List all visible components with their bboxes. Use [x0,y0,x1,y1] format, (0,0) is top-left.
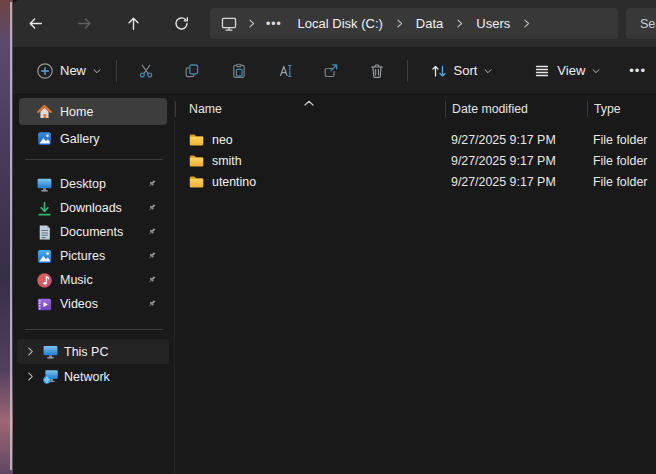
sort-button[interactable]: Sort [422,56,502,86]
forward-arrow-icon [76,15,93,32]
up-arrow-icon [125,15,142,32]
folder-icon [188,132,205,147]
explorer-body: Home Gallery Desktop Downloads Documents… [13,96,656,474]
file-name: neo [212,133,233,147]
sidebar-item-home[interactable]: Home [19,98,167,125]
copy-icon [183,62,201,80]
sidebar-item-documents[interactable]: Documents [19,220,167,244]
videos-icon [36,296,53,313]
sort-icon [430,62,448,80]
file-date-modified: 9/27/2025 9:17 PM [445,133,587,147]
sidebar: Home Gallery Desktop Downloads Documents… [13,96,173,474]
sidebar-item-gallery[interactable]: Gallery [19,125,167,152]
sidebar-quick-access-top: Home Gallery [13,98,173,152]
file-type: File folder [587,175,656,189]
file-rows: neo 9/27/2025 9:17 PM File folder smith … [175,129,656,192]
gallery-icon [36,130,53,147]
file-list-pane: Name Date modified Type neo 9/27/2025 9:… [174,96,656,474]
column-header-type[interactable]: Type [587,101,656,117]
chevron-right-icon[interactable] [393,17,406,30]
refresh-button[interactable] [164,6,198,40]
breadcrumb-item-data[interactable]: Data [407,12,452,35]
share-icon [322,62,340,80]
toolbar-separator [116,60,117,82]
sidebar-item-network[interactable]: Network [17,364,169,389]
chevron-down-icon [92,66,102,76]
breadcrumb-item-local-disk-c[interactable]: Local Disk (C:) [289,12,392,35]
new-button[interactable]: New [28,56,110,86]
share-button[interactable] [311,53,351,89]
home-icon [36,103,53,120]
downloads-icon [36,200,53,217]
sidebar-item-desktop[interactable]: Desktop [19,172,167,196]
trash-icon [368,62,386,80]
forward-button[interactable] [67,6,101,40]
rename-icon [276,62,294,80]
copy-button[interactable] [172,53,212,89]
chevron-right-icon[interactable] [453,17,466,30]
chevron-down-icon [591,66,601,76]
cut-button[interactable] [126,53,166,89]
sidebar-item-videos[interactable]: Videos [19,292,167,316]
file-name: smith [212,154,242,168]
chevron-right-icon[interactable] [245,17,258,30]
address-bar[interactable]: ••• Local Disk (C:)DataUsers [210,8,618,39]
breadcrumb-item-users[interactable]: Users [467,12,519,35]
file-type: File folder [587,133,656,147]
paste-button[interactable] [219,53,259,89]
delete-button[interactable] [357,53,397,89]
sidebar-item-pictures[interactable]: Pictures [19,244,167,268]
file-date-modified: 9/27/2025 9:17 PM [445,154,587,168]
sidebar-item-downloads[interactable]: Downloads [19,196,167,220]
file-date-modified: 9/27/2025 9:17 PM [445,175,587,189]
column-header-date-modified[interactable]: Date modified [445,101,587,117]
file-row-utentino[interactable]: utentino 9/27/2025 9:17 PM File folder [175,171,656,192]
more-options-button[interactable]: ••• [619,57,656,84]
pin-icon [145,226,158,239]
sidebar-tree: This PC Network [13,339,173,389]
sidebar-divider [25,329,163,330]
sort-ascending-icon [303,96,315,110]
chevron-right-icon[interactable] [520,17,533,30]
pin-icon [145,250,158,263]
network-icon [42,368,59,385]
sidebar-quick-access-pinned: Desktop Downloads Documents Pictures Mus… [13,172,173,316]
new-button-label: New [60,63,86,78]
navigation-bar: ••• Local Disk (C:)DataUsers [13,0,656,47]
this-pc-icon[interactable] [220,15,238,33]
expand-chevron-icon[interactable] [23,345,37,359]
file-row-smith[interactable]: smith 9/27/2025 9:17 PM File folder [175,150,656,171]
expand-chevron-icon[interactable] [23,370,37,384]
view-list-icon [533,62,551,80]
pin-icon [145,298,158,311]
window-edge-highlight [10,2,12,470]
sidebar-item-this-pc[interactable]: This PC [17,339,169,364]
file-row-neo[interactable]: neo 9/27/2025 9:17 PM File folder [175,129,656,150]
rename-button[interactable] [265,53,305,89]
file-explorer-window: ••• Local Disk (C:)DataUsers New [13,0,656,474]
documents-icon [36,224,53,241]
search-input[interactable] [638,16,656,32]
back-button[interactable] [18,6,52,40]
breadcrumb-overflow-button[interactable]: ••• [259,17,289,31]
command-toolbar: New [13,47,656,95]
sidebar-item-music[interactable]: Music [19,268,167,292]
search-box[interactable] [626,8,656,39]
back-arrow-icon [27,15,44,32]
sidebar-divider [25,159,163,160]
pin-icon [145,202,158,215]
cut-icon [137,62,155,80]
paste-icon [230,62,248,80]
breadcrumb: Local Disk (C:)DataUsers [289,12,535,35]
view-button[interactable]: View [525,56,609,86]
sort-button-label: Sort [454,63,478,78]
pin-icon [145,178,158,191]
desktop-icon [36,176,53,193]
column-headers: Name Date modified Type [175,96,656,122]
file-type: File folder [587,154,656,168]
music-icon [36,272,53,289]
folder-icon [188,174,205,189]
up-button[interactable] [116,6,150,40]
folder-icon [188,153,205,168]
pin-icon [145,274,158,287]
